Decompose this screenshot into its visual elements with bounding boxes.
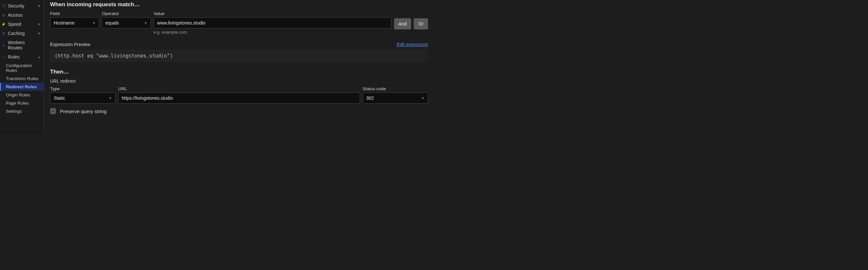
field-select[interactable]: Hostname ▼ bbox=[50, 17, 99, 28]
then-heading: Then… bbox=[50, 69, 428, 75]
operator-label: Operator bbox=[102, 11, 151, 16]
status-select[interactable]: 302 ▼ bbox=[363, 93, 428, 104]
cache-icon: ⟳ bbox=[2, 31, 5, 36]
sidebar-item-rules[interactable]: ⟐ Rules ▲ bbox=[0, 52, 44, 62]
preserve-query-label: Preserve query string bbox=[60, 108, 107, 114]
type-select[interactable]: Static ▼ bbox=[50, 93, 116, 104]
url-input[interactable]: https://livingstones.studio bbox=[118, 93, 360, 104]
sidebar-item-label: Rules bbox=[8, 54, 35, 60]
operator-select[interactable]: equals ▼ bbox=[102, 17, 151, 28]
sidebar-sub-redirect-rules[interactable]: Redirect Rules bbox=[0, 83, 44, 91]
main-content: When incoming requests match… Field Host… bbox=[44, 0, 434, 135]
sidebar-item-label: Workers Routes bbox=[8, 40, 40, 50]
caret-down-icon: ▼ bbox=[421, 96, 425, 100]
caret-down-icon: ▼ bbox=[144, 21, 147, 25]
url-input-text: https://livingstones.studio bbox=[122, 96, 173, 101]
chevron-down-icon: ▼ bbox=[37, 32, 40, 35]
bolt-icon: ⚡ bbox=[2, 22, 5, 27]
value-label: Value bbox=[154, 11, 392, 16]
url-label: URL bbox=[118, 86, 360, 91]
value-hint: e.g. example.com bbox=[154, 30, 392, 35]
sidebar: 🛡 Security ▼ ◎ Access ⚡ Speed ▼ ⟳ Cachin… bbox=[0, 0, 44, 135]
type-select-value: Static bbox=[54, 96, 65, 101]
field-select-value: Hostname bbox=[54, 20, 74, 26]
sidebar-item-label: Security bbox=[8, 3, 35, 8]
status-select-value: 302 bbox=[366, 96, 374, 101]
sidebar-item-security[interactable]: 🛡 Security ▼ bbox=[0, 1, 44, 10]
chevron-down-icon: ▼ bbox=[37, 4, 40, 8]
chevron-down-icon: ▼ bbox=[37, 23, 40, 26]
expression-preview-label: Expression Preview bbox=[50, 42, 90, 47]
or-button[interactable]: Or bbox=[414, 18, 428, 29]
expression-preview-box: (http.host eq "www.livingstones.studio") bbox=[50, 50, 428, 62]
shield-icon: 🛡 bbox=[2, 4, 5, 8]
preserve-query-checkbox[interactable]: ✓ bbox=[50, 108, 56, 114]
value-input-text: www.livingstones.studio bbox=[157, 20, 206, 26]
url-redirect-subhead: URL redirect bbox=[50, 78, 428, 84]
sidebar-item-label: Speed bbox=[8, 22, 35, 27]
caret-down-icon: ▼ bbox=[108, 96, 112, 100]
sidebar-sub-page-rules[interactable]: Page Rules bbox=[0, 99, 44, 107]
workers-icon: » bbox=[2, 43, 5, 47]
operator-select-value: equals bbox=[105, 20, 119, 26]
sidebar-item-caching[interactable]: ⟳ Caching ▼ bbox=[0, 29, 44, 38]
match-heading: When incoming requests match… bbox=[50, 1, 428, 8]
sidebar-sub-origin-rules[interactable]: Origin Rules bbox=[0, 91, 44, 99]
sidebar-sub-transform-rules[interactable]: Transform Rules bbox=[0, 74, 44, 83]
sidebar-item-speed[interactable]: ⚡ Speed ▼ bbox=[0, 20, 44, 29]
chevron-up-icon: ▲ bbox=[37, 55, 40, 59]
field-label: Field bbox=[50, 11, 99, 16]
edit-expression-link[interactable]: Edit expression bbox=[397, 42, 428, 47]
sidebar-sub-settings[interactable]: Settings bbox=[0, 107, 44, 115]
and-button[interactable]: And bbox=[394, 18, 411, 29]
access-icon: ◎ bbox=[2, 13, 5, 17]
value-input[interactable]: www.livingstones.studio bbox=[154, 17, 392, 28]
type-label: Type bbox=[50, 86, 116, 91]
sidebar-sub-configuration-rules[interactable]: Configuration Rules bbox=[0, 62, 44, 74]
sidebar-item-access[interactable]: ◎ Access bbox=[0, 10, 44, 20]
sidebar-item-label: Access bbox=[8, 12, 40, 18]
sidebar-item-label: Caching bbox=[8, 31, 35, 36]
rules-icon: ⟐ bbox=[2, 55, 5, 59]
sidebar-item-workers-routes[interactable]: » Workers Routes bbox=[0, 38, 44, 52]
caret-down-icon: ▼ bbox=[92, 21, 96, 25]
status-label: Status code bbox=[363, 86, 428, 91]
